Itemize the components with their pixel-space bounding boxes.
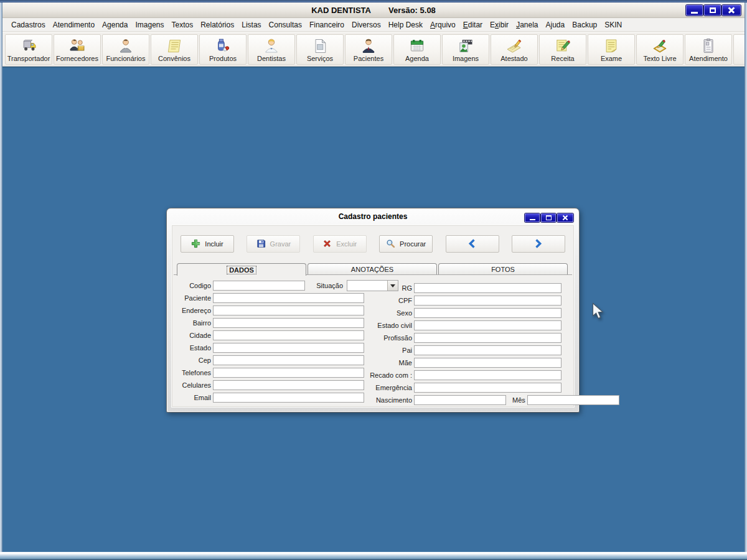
menu-item-exibir[interactable]: Exibir: [486, 19, 512, 30]
label-rg: RG: [359, 284, 412, 292]
input-paciente[interactable]: [213, 293, 364, 303]
input-emergencia[interactable]: [414, 383, 561, 393]
input-rg[interactable]: [414, 283, 561, 293]
toolbar-button-transportador[interactable]: Transportador: [5, 34, 52, 65]
menu-item-ajuda[interactable]: Ajuda: [542, 19, 569, 30]
input-celulares[interactable]: [213, 380, 364, 390]
form-row-pai: Pai: [359, 344, 561, 357]
menu-item-atendimento[interactable]: Atendimento: [49, 19, 98, 30]
menu-item-listas[interactable]: Listas: [238, 19, 265, 30]
label-email: Email: [173, 394, 211, 401]
input-telefones[interactable]: [213, 368, 364, 378]
anterior-button[interactable]: [446, 235, 499, 253]
toolbar-button-label: Serviços: [307, 55, 333, 63]
menu-item-relatorios[interactable]: Relatórios: [197, 19, 238, 30]
menu-item-financeiro[interactable]: Financeiro: [306, 19, 348, 30]
cadastro-pacientes-dialog: Cadastro pacientes IncluirGravarExcluirP…: [166, 208, 580, 413]
tab-dados[interactable]: DADOS: [177, 263, 306, 276]
dialog-close-button[interactable]: [557, 213, 573, 222]
toolbar-button-fornecedores[interactable]: Fornecedores: [54, 34, 101, 65]
label-recado-com: Recado com :: [359, 371, 412, 379]
input-bairro[interactable]: [213, 318, 364, 328]
menu-item-diversos[interactable]: Diversos: [348, 19, 385, 30]
toolbar-button-convenios[interactable]: Convênios: [151, 34, 198, 65]
input-nascimento[interactable]: [414, 395, 506, 405]
toolbar-button-imagens[interactable]: Imagens: [442, 34, 489, 65]
maximize-button[interactable]: [704, 5, 721, 16]
toolbar-button-atendimento[interactable]: Atendimento: [685, 34, 732, 65]
button-label: Procurar: [400, 240, 426, 248]
input-estado[interactable]: [213, 343, 364, 353]
toolbar-button-label: Agenda: [405, 55, 429, 63]
input-sexo[interactable]: [414, 308, 561, 318]
menu-item-editar[interactable]: Editar: [459, 19, 486, 30]
label-paciente: Paciente: [173, 294, 211, 302]
tab-label: FOTOS: [491, 266, 515, 273]
input-mes[interactable]: [527, 395, 619, 405]
form-row-endereco: Endereço: [173, 304, 364, 317]
chevron-right-icon: [533, 238, 543, 250]
input-pai[interactable]: [414, 345, 561, 355]
toolbar-button-servicos[interactable]: Serviços: [296, 34, 344, 65]
menu-item-imagens[interactable]: Imagens: [131, 19, 167, 30]
search-icon: [386, 239, 395, 250]
app-version: Versão: 5.08: [388, 6, 436, 15]
menu-item-janela[interactable]: Janela: [512, 19, 542, 30]
form-row-cidade: Cidade: [173, 329, 364, 342]
form-row-mae: Mãe: [359, 357, 561, 369]
tab-anotacoes[interactable]: ANOTAÇÕES: [308, 263, 437, 275]
toolbar-button-label: Transportador: [7, 55, 50, 63]
toolbar-button-texto-livre[interactable]: Texto Livre: [636, 34, 684, 65]
window-border-top: [0, 0, 747, 2]
menu-item-backup[interactable]: Backup: [568, 19, 601, 30]
menu-item-textos[interactable]: Textos: [168, 19, 197, 30]
input-estado-civil[interactable]: [414, 320, 561, 330]
toolbar-button-funcionarios[interactable]: Funcionários: [102, 34, 149, 65]
toolbar-button-agenda[interactable]: Agenda: [393, 34, 441, 65]
toolbar-button-label: Atendimento: [689, 55, 728, 63]
input-cidade[interactable]: [213, 330, 364, 340]
toolbar-button-exame[interactable]: Exame: [588, 34, 635, 65]
signing-icon: [505, 37, 523, 55]
minimize-icon: [691, 12, 698, 14]
form-row-rg: RG: [359, 282, 561, 294]
toolbar-button-atestado[interactable]: Atestado: [491, 34, 538, 65]
toolbar-button-dentistas[interactable]: Dentistas: [248, 34, 295, 65]
tab-fotos[interactable]: FOTOS: [438, 263, 568, 275]
toolbar-button-receita[interactable]: Receita: [539, 34, 586, 65]
plus-icon: [191, 239, 200, 250]
input-cpf[interactable]: [414, 296, 561, 306]
form-row-codigo-situacao: Codigo Situação: [173, 279, 364, 292]
proximo-button[interactable]: [512, 235, 565, 253]
minimize-button[interactable]: [686, 5, 703, 16]
form-row-cpf: CPF: [359, 294, 561, 307]
toolbar-button-produtos[interactable]: Produtos: [199, 34, 247, 65]
input-profissao[interactable]: [414, 333, 561, 343]
input-recado-com[interactable]: [414, 370, 561, 380]
incluir-button[interactable]: Incluir: [181, 235, 234, 253]
toolbar-button-pacientes[interactable]: Pacientes: [345, 34, 392, 65]
input-endereco[interactable]: [213, 306, 364, 315]
input-codigo[interactable]: [213, 281, 305, 291]
maximize-icon: [710, 7, 716, 13]
toolbar-button-partial[interactable]: [733, 34, 745, 65]
menu-item-agenda[interactable]: Agenda: [98, 19, 131, 30]
menu-item-cadastros[interactable]: Cadastros: [7, 19, 49, 30]
procurar-button[interactable]: Procurar: [379, 235, 433, 253]
input-mae[interactable]: [414, 358, 561, 368]
dialog-maximize-button[interactable]: [541, 213, 556, 222]
menu-item-help-desk[interactable]: Help Desk: [385, 19, 426, 30]
excluir-button[interactable]: Excluir: [313, 235, 367, 253]
menu-item-arquivo[interactable]: Arquivo: [426, 19, 459, 30]
menu-item-consultas[interactable]: Consultas: [265, 19, 306, 30]
patient-icon: [360, 37, 377, 55]
close-button[interactable]: [722, 5, 741, 16]
gravar-button[interactable]: Gravar: [247, 235, 300, 253]
input-email[interactable]: [213, 393, 364, 403]
dialog-minimize-button[interactable]: [525, 213, 540, 222]
film-icon: [457, 37, 474, 55]
mouse-cursor: [592, 302, 605, 323]
form-row-celulares: Celulares: [173, 379, 364, 391]
menu-item-skin[interactable]: SKIN: [601, 19, 626, 30]
input-cep[interactable]: [213, 355, 364, 365]
